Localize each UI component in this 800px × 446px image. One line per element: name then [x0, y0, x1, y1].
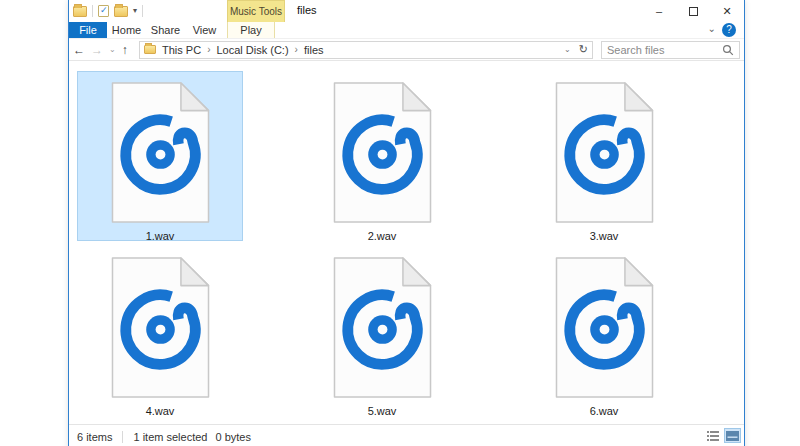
wav-file-icon — [329, 81, 436, 228]
file-name: 1.wav — [146, 230, 175, 242]
tab-share[interactable]: Share — [146, 22, 185, 38]
breadcrumb-folder-icon — [144, 45, 156, 54]
address-dropdown-caret-icon[interactable]: ⌄ — [564, 45, 571, 54]
divider — [122, 431, 123, 443]
tab-file[interactable]: File — [69, 22, 107, 38]
expand-ribbon-caret-icon[interactable]: ⌄ — [708, 23, 716, 34]
view-toggles — [704, 428, 741, 443]
items-count: 6 items — [77, 431, 112, 443]
music-tools-contextual-header: Music Tools — [227, 0, 285, 22]
file-item[interactable]: 4.wav — [77, 246, 243, 416]
file-item[interactable]: 2.wav — [299, 71, 465, 241]
address-bar: ← → ⌄ ↑ This PC › Local Disk (C:) › file… — [69, 39, 744, 61]
thumbnail-view-button[interactable] — [724, 428, 741, 443]
quick-access-toolbar: ▾ — [73, 2, 143, 20]
file-name: 4.wav — [146, 405, 175, 417]
breadcrumb-files[interactable]: files — [304, 44, 324, 56]
thumbnail-view-icon — [726, 431, 739, 441]
wav-file-icon — [551, 256, 658, 403]
tab-play[interactable]: Play — [227, 22, 275, 38]
file-name: 5.wav — [368, 405, 397, 417]
breadcrumb-local-disk[interactable]: Local Disk (C:) — [216, 44, 288, 56]
file-item[interactable]: 5.wav — [299, 246, 465, 416]
details-view-button[interactable] — [704, 428, 721, 443]
ribbon-tab-row: File Home Share View Play ⌄ ? — [69, 22, 744, 39]
explorer-app-icon — [73, 6, 87, 17]
search-box[interactable] — [601, 41, 740, 59]
divider — [142, 5, 143, 17]
file-name: 2.wav — [368, 230, 397, 242]
help-icon[interactable]: ? — [722, 23, 736, 37]
file-item[interactable]: 6.wav — [521, 246, 687, 416]
recent-locations-caret-icon[interactable]: ⌄ — [109, 45, 116, 54]
refresh-icon[interactable]: ↻ — [579, 43, 588, 56]
window-title: files — [297, 4, 317, 16]
explorer-window: ▾ Music Tools files – ✕ File Home Share … — [68, 0, 745, 446]
up-icon[interactable]: ↑ — [122, 43, 128, 57]
maximize-icon — [689, 7, 698, 16]
close-button[interactable]: ✕ — [710, 0, 744, 22]
file-grid: 1.wav 2.wav 3.wav — [69, 61, 744, 425]
properties-icon[interactable] — [98, 5, 109, 17]
wav-file-icon — [107, 256, 214, 403]
file-name: 6.wav — [590, 405, 619, 417]
selection-status: 1 item selected — [133, 431, 207, 443]
navigation-buttons: ← → ⌄ ↑ — [73, 43, 139, 57]
divider — [92, 5, 93, 17]
qat-customize-caret-icon[interactable]: ▾ — [133, 6, 137, 16]
search-icon — [722, 44, 734, 56]
breadcrumb[interactable]: This PC › Local Disk (C:) › files ⌄ ↻ — [139, 41, 593, 59]
back-icon[interactable]: ← — [73, 43, 85, 57]
maximize-button[interactable] — [676, 0, 710, 22]
breadcrumb-separator: › — [207, 44, 210, 55]
file-item[interactable]: 1.wav — [77, 71, 243, 241]
title-bar: ▾ Music Tools files – ✕ — [69, 0, 744, 22]
wav-file-icon — [107, 81, 214, 228]
tab-home[interactable]: Home — [107, 22, 146, 38]
new-folder-icon[interactable] — [114, 6, 128, 17]
breadcrumb-separator: › — [295, 44, 298, 55]
wav-file-icon — [329, 256, 436, 403]
status-bar: 6 items 1 item selected 0 bytes — [69, 424, 744, 446]
file-name: 3.wav — [590, 230, 619, 242]
details-view-icon — [707, 431, 719, 441]
wav-file-icon — [551, 81, 658, 228]
window-controls: – ✕ — [642, 0, 744, 22]
breadcrumb-this-pc[interactable]: This PC — [162, 44, 201, 56]
search-input[interactable] — [607, 44, 722, 56]
forward-icon: → — [91, 43, 103, 57]
tab-view[interactable]: View — [185, 22, 224, 38]
selection-size: 0 bytes — [215, 431, 250, 443]
file-item[interactable]: 3.wav — [521, 71, 687, 241]
minimize-button[interactable]: – — [642, 0, 676, 22]
